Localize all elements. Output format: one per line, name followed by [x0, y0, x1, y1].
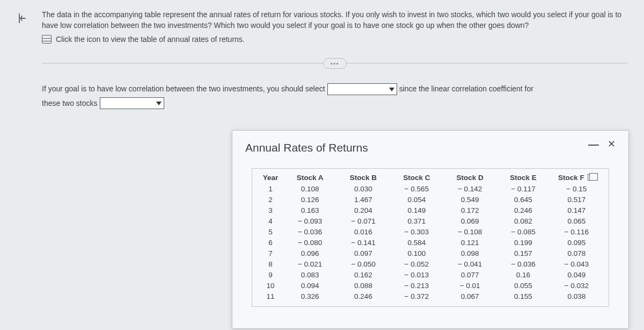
cell: 0.157: [496, 248, 550, 259]
cell: 0.096: [283, 248, 336, 259]
cell: − 0.303: [390, 227, 443, 238]
cell: 0.038: [550, 291, 603, 302]
cell: 0.094: [283, 281, 336, 291]
col-header: Stock D: [443, 172, 496, 184]
cell: − 0.141: [336, 238, 390, 248]
cell: 0.065: [550, 216, 603, 227]
rates-modal: Annual Rates of Returns — ✕ YearStock AS…: [232, 130, 629, 329]
divider: •••: [42, 63, 628, 63]
close-icon[interactable]: ✕: [608, 141, 616, 147]
cell: 0.082: [496, 216, 550, 227]
prompt-segment-3: these two stocks: [42, 95, 98, 112]
cell: 0.095: [550, 238, 603, 248]
cell: 0.16: [496, 270, 550, 281]
cell: − 0.116: [550, 227, 603, 238]
minimize-icon[interactable]: —: [588, 141, 599, 147]
cell: − 0.117: [496, 184, 550, 195]
cell: 0.147: [550, 205, 603, 216]
cell: − 0.15: [550, 184, 603, 195]
cell: 3: [258, 205, 283, 216]
cell: 1.467: [336, 195, 390, 205]
cell: − 0.108: [443, 227, 496, 238]
cell: 0.077: [443, 270, 496, 281]
col-header: Stock F: [550, 172, 603, 184]
table-row: 20.1261.4670.0540.5490.6450.517: [258, 195, 603, 205]
cell: − 0.032: [550, 281, 603, 291]
cell: 0.054: [390, 195, 443, 205]
cell: 0.172: [443, 205, 496, 216]
table-row: 100.0940.088− 0.213− 0.010.055− 0.032: [258, 281, 603, 291]
cell: 1: [258, 184, 283, 195]
cell: 0.097: [336, 248, 390, 259]
copy-icon[interactable]: [588, 174, 595, 181]
cell: − 0.01: [443, 281, 496, 291]
cell: 0.371: [390, 216, 443, 227]
cell: 0.100: [390, 248, 443, 259]
cell: 0.055: [496, 281, 550, 291]
cell: 0.162: [336, 270, 390, 281]
table-icon[interactable]: [42, 35, 52, 44]
cell: − 0.036: [496, 259, 550, 270]
cell: − 0.093: [283, 216, 336, 227]
cell: 10: [258, 281, 283, 291]
cell: 0.121: [443, 238, 496, 248]
cell: − 0.565: [390, 184, 443, 195]
cell: − 0.041: [443, 259, 496, 270]
cell: 5: [258, 227, 283, 238]
col-header: Year: [258, 172, 283, 184]
cell: 0.108: [283, 184, 336, 195]
cell: 0.078: [550, 248, 603, 259]
rates-table: YearStock AStock BStock CStock DStock ES…: [258, 172, 603, 302]
table-row: 90.0830.162− 0.0130.0770.160.049: [258, 270, 603, 281]
cell: − 0.085: [496, 227, 550, 238]
chevron-down-icon: [388, 85, 396, 93]
col-header: Stock E: [496, 172, 550, 184]
table-row: 10.1080.030− 0.565− 0.142− 0.117− 0.15: [258, 184, 603, 195]
coefficient-select[interactable]: [100, 97, 164, 109]
cell: − 0.372: [390, 291, 443, 302]
cell: 0.016: [336, 227, 390, 238]
cell: 4: [258, 216, 283, 227]
stock-pair-select[interactable]: [327, 83, 397, 95]
chevron-down-icon: [155, 99, 163, 107]
cell: 0.126: [283, 195, 336, 205]
cell: 0.517: [550, 195, 603, 205]
cell: 11: [258, 291, 283, 302]
cell: 0.549: [443, 195, 496, 205]
data-table-wrap: YearStock AStock BStock CStock DStock ES…: [252, 168, 609, 307]
col-header: Stock C: [390, 172, 443, 184]
cell: 0.049: [550, 270, 603, 281]
cell: 0.199: [496, 238, 550, 248]
cell: 7: [258, 248, 283, 259]
table-row: 5− 0.0360.016− 0.303− 0.108− 0.085− 0.11…: [258, 227, 603, 238]
cell: 0.149: [390, 205, 443, 216]
table-row: 4− 0.093− 0.0710.3710.0690.0820.065: [258, 216, 603, 227]
col-header: Stock A: [283, 172, 336, 184]
cell: 9: [258, 270, 283, 281]
cell: 0.069: [443, 216, 496, 227]
cell: − 0.043: [550, 259, 603, 270]
ellipsis-button[interactable]: •••: [323, 58, 347, 69]
cell: 0.584: [390, 238, 443, 248]
cell: 0.326: [283, 291, 336, 302]
cell: 0.204: [336, 205, 390, 216]
table-row: 110.3260.246− 0.3720.0670.1550.038: [258, 291, 603, 302]
cell: − 0.013: [390, 270, 443, 281]
cell: − 0.021: [283, 259, 336, 270]
view-table-link[interactable]: Click the icon to view the table of annu…: [56, 35, 245, 44]
table-row: 6− 0.080− 0.1410.5840.1210.1990.095: [258, 238, 603, 248]
cell: − 0.142: [443, 184, 496, 195]
question-paragraph: The data in the accompanying table repre…: [42, 10, 628, 31]
collapse-button[interactable]: [12, 9, 31, 28]
cell: 6: [258, 238, 283, 248]
table-row: 8− 0.021− 0.050− 0.052− 0.041− 0.036− 0.…: [258, 259, 603, 270]
cell: 0.645: [496, 195, 550, 205]
table-row: 70.0960.0970.1000.0980.1570.078: [258, 248, 603, 259]
modal-title: Annual Rates of Returns: [245, 141, 368, 154]
cell: − 0.080: [283, 238, 336, 248]
cell: 0.155: [496, 291, 550, 302]
col-header: Stock B: [336, 172, 390, 184]
cell: − 0.050: [336, 259, 390, 270]
cell: 0.163: [283, 205, 336, 216]
cell: 0.083: [283, 270, 336, 281]
